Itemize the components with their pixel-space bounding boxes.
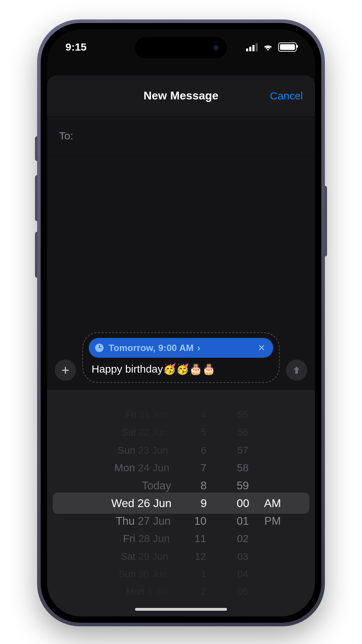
canvas: 9:15 New Message Cancel bbox=[0, 0, 362, 644]
picker-item[interactable]: 2 bbox=[201, 584, 206, 599]
dynamic-island bbox=[135, 37, 227, 58]
picker-item[interactable]: 56 bbox=[238, 425, 248, 440]
side-button-volume-down[interactable] bbox=[35, 232, 37, 278]
picker-item[interactable]: 59 bbox=[237, 477, 249, 494]
message-input[interactable]: Happy birthday🥳🥳🎂🎂 bbox=[89, 363, 273, 376]
to-label: To: bbox=[59, 130, 73, 142]
picker-item[interactable]: 55 bbox=[238, 407, 248, 422]
wifi-icon bbox=[263, 43, 273, 51]
picker-minute-column[interactable]: 5556575859000102030405 bbox=[213, 390, 256, 616]
picker-item[interactable]: 58 bbox=[237, 460, 249, 476]
cellular-icon bbox=[246, 43, 258, 51]
cancel-button[interactable]: Cancel bbox=[270, 90, 303, 102]
picker-date-column[interactable]: Fri 21 JunSat 22 JunSun 23 JunMon 24 Jun… bbox=[47, 390, 174, 616]
picker-item[interactable]: Sat 22 Jun bbox=[122, 425, 167, 440]
picker-item[interactable]: 05 bbox=[238, 584, 248, 599]
schedule-label-text: Tomorrow, 9:00 AM bbox=[109, 343, 194, 353]
picker-item[interactable]: Thu 27 Jun bbox=[116, 512, 170, 530]
datetime-picker[interactable]: Fri 21 JunSat 22 JunSun 23 JunMon 24 Jun… bbox=[47, 390, 315, 616]
new-message-sheet: New Message Cancel To: + bbox=[47, 75, 315, 616]
picker-item[interactable]: 10 bbox=[194, 512, 207, 530]
send-button[interactable] bbox=[286, 360, 307, 381]
picker-item[interactable]: Fri 28 Jun bbox=[123, 530, 170, 547]
picker-item[interactable]: Mon 24 Jun bbox=[115, 460, 170, 476]
side-button-silent[interactable] bbox=[35, 136, 37, 161]
battery-icon bbox=[278, 42, 297, 52]
picker-item[interactable]: AM bbox=[264, 494, 281, 512]
conversation-area: + Tomorrow, 9:00 AM › ✕ bbox=[47, 167, 315, 390]
compose-row: + Tomorrow, 9:00 AM › ✕ bbox=[55, 332, 307, 383]
status-right bbox=[246, 42, 297, 52]
camera-dot-icon bbox=[214, 45, 218, 50]
phone-frame: 9:15 New Message Cancel bbox=[37, 19, 325, 626]
to-field[interactable]: To: bbox=[47, 116, 315, 156]
scheduled-message-bubble[interactable]: Tomorrow, 9:00 AM › ✕ Happy birthday🥳🥳🎂🎂 bbox=[82, 332, 280, 383]
plus-icon: + bbox=[62, 363, 69, 378]
picker-item[interactable]: 12 bbox=[195, 548, 206, 564]
picker-item[interactable]: 9 bbox=[200, 494, 207, 512]
screen: 9:15 New Message Cancel bbox=[47, 29, 315, 616]
picker-item[interactable]: 01 bbox=[237, 512, 249, 530]
sheet-header: New Message Cancel bbox=[47, 75, 315, 116]
picker-item[interactable]: 02 bbox=[237, 530, 249, 547]
picker-item[interactable]: 8 bbox=[200, 477, 206, 494]
picker-item[interactable]: 00 bbox=[237, 494, 249, 512]
remove-schedule-button[interactable]: ✕ bbox=[256, 343, 267, 353]
picker-item[interactable]: 1 bbox=[201, 567, 206, 581]
picker-item[interactable]: 4 bbox=[201, 407, 206, 422]
picker-inner: Fri 21 JunSat 22 JunSun 23 JunMon 24 Jun… bbox=[47, 390, 315, 616]
picker-item[interactable]: Wed 26 Jun bbox=[111, 494, 171, 512]
picker-item[interactable]: Sun 23 Jun bbox=[118, 442, 168, 458]
picker-item[interactable]: Today bbox=[142, 477, 171, 494]
picker-item[interactable]: 04 bbox=[238, 567, 248, 581]
picker-item[interactable]: Mon 1 Jul bbox=[126, 584, 168, 599]
picker-item[interactable]: PM bbox=[264, 512, 281, 530]
picker-item[interactable]: 11 bbox=[195, 530, 206, 547]
status-time: 9:15 bbox=[65, 41, 87, 53]
schedule-chip[interactable]: Tomorrow, 9:00 AM › ✕ bbox=[89, 338, 273, 358]
picker-item[interactable]: 03 bbox=[238, 548, 249, 564]
picker-item[interactable]: 5 bbox=[201, 425, 206, 440]
home-indicator[interactable] bbox=[135, 608, 227, 611]
picker-ampm-column[interactable]: AMPM bbox=[256, 390, 315, 616]
clock-icon bbox=[95, 344, 104, 352]
picker-item[interactable]: Fri 21 Jun bbox=[125, 407, 168, 422]
side-button-volume-up[interactable] bbox=[35, 175, 37, 221]
add-attachment-button[interactable]: + bbox=[55, 360, 76, 381]
phone-inner: 9:15 New Message Cancel bbox=[41, 23, 321, 623]
arrow-up-icon bbox=[291, 365, 302, 375]
picker-item[interactable]: Sat 29 Jun bbox=[121, 548, 168, 564]
page-title: New Message bbox=[144, 89, 218, 102]
picker-columns: Fri 21 JunSat 22 JunSun 23 JunMon 24 Jun… bbox=[47, 390, 315, 616]
side-button-power[interactable] bbox=[325, 186, 327, 257]
picker-item[interactable]: 6 bbox=[201, 442, 206, 458]
schedule-label: Tomorrow, 9:00 AM › bbox=[109, 343, 251, 353]
picker-hour-column[interactable]: 45678910111212 bbox=[174, 390, 213, 616]
picker-item[interactable]: Sun 30 Jun bbox=[119, 567, 167, 581]
picker-item[interactable]: 7 bbox=[201, 460, 207, 476]
chevron-right-icon: › bbox=[197, 343, 200, 353]
picker-item[interactable]: 57 bbox=[238, 442, 249, 458]
